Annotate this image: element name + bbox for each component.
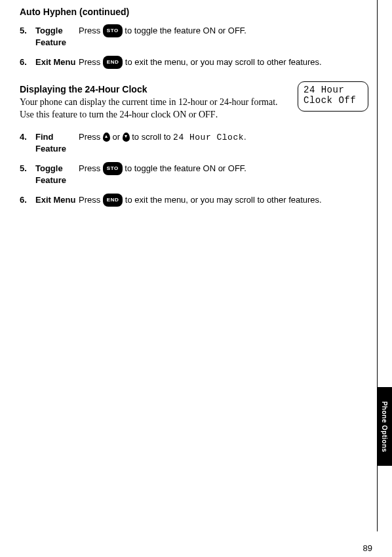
text: to exit the menu, or you may scroll to o… xyxy=(123,195,321,205)
text: to toggle the feature ON or OFF. xyxy=(123,163,246,173)
text: Press xyxy=(79,195,103,205)
step-description: Press STO to toggle the feature ON or OF… xyxy=(79,25,368,38)
step-row: 6. Exit Menu Press END to exit the menu,… xyxy=(20,56,368,70)
section2-steps: 4. Find Feature Press ▴ or ▾ to scroll t… xyxy=(20,131,368,207)
sto-key-icon: STO xyxy=(103,24,123,37)
down-key-icon: ▾ xyxy=(123,133,130,142)
up-key-icon: ▴ xyxy=(103,133,110,142)
step-description: Press STO to toggle the feature ON or OF… xyxy=(79,163,368,176)
step-number: 5. xyxy=(20,163,35,175)
step-description: Press ▴ or ▾ to scroll to 24 Hour Clock. xyxy=(79,131,368,144)
step-label: Toggle Feature xyxy=(35,163,79,186)
text: Press xyxy=(79,57,103,67)
phone-display: 24 Hour Clock Off xyxy=(298,81,368,112)
display-line: 24 Hour xyxy=(304,85,363,95)
text: . xyxy=(216,110,218,119)
step-description: Press END to exit the menu, or you may s… xyxy=(79,56,368,70)
text: or xyxy=(110,132,123,142)
step-row: 6. Exit Menu Press END to exit the menu,… xyxy=(20,194,368,207)
step-description: Press END to exit the menu, or you may s… xyxy=(79,194,368,207)
step-label: Exit Menu xyxy=(35,194,79,206)
step-row: 5. Toggle Feature Press STO to toggle th… xyxy=(20,25,368,49)
text: or xyxy=(186,110,199,119)
text: to toggle the feature ON or OFF. xyxy=(123,26,246,35)
subsection-heading: Displaying the 24-Hour Clock xyxy=(20,84,290,94)
end-key-icon: END xyxy=(103,194,123,207)
sto-key-icon: STO xyxy=(103,162,123,175)
section-tab-label: Phone Options xyxy=(382,401,389,452)
text: . xyxy=(244,132,246,142)
step-number: 4. xyxy=(20,131,35,143)
step-label: Toggle Feature xyxy=(35,25,79,49)
display-line: Clock Off xyxy=(304,95,363,106)
text: ON xyxy=(173,110,186,119)
text: Press xyxy=(79,132,103,142)
section-tab: Phone Options xyxy=(378,387,392,466)
continued-heading: Auto Hyphen (continued) xyxy=(20,7,368,17)
text: Press xyxy=(79,163,103,173)
step-row: 5. Toggle Feature Press STO to toggle th… xyxy=(20,163,368,186)
step-label: Exit Menu xyxy=(35,56,79,68)
end-key-icon: END xyxy=(103,56,123,69)
text: OFF xyxy=(199,110,216,119)
page-number: 89 xyxy=(363,543,372,553)
text: Your phone can display the current time … xyxy=(20,97,278,119)
text: Press xyxy=(79,26,103,35)
feature-name: 24 Hour Clock xyxy=(173,133,244,142)
text: to scroll to xyxy=(130,132,173,142)
step-number: 5. xyxy=(20,25,35,37)
step-label: Find Feature xyxy=(35,131,79,155)
step-row: 4. Find Feature Press ▴ or ▾ to scroll t… xyxy=(20,131,368,155)
step-number: 6. xyxy=(20,56,35,68)
intro-text: Your phone can display the current time … xyxy=(20,96,290,121)
section1-steps: 5. Toggle Feature Press STO to toggle th… xyxy=(20,25,368,70)
step-number: 6. xyxy=(20,194,35,206)
text: to exit the menu, or you may scroll to o… xyxy=(123,57,321,67)
